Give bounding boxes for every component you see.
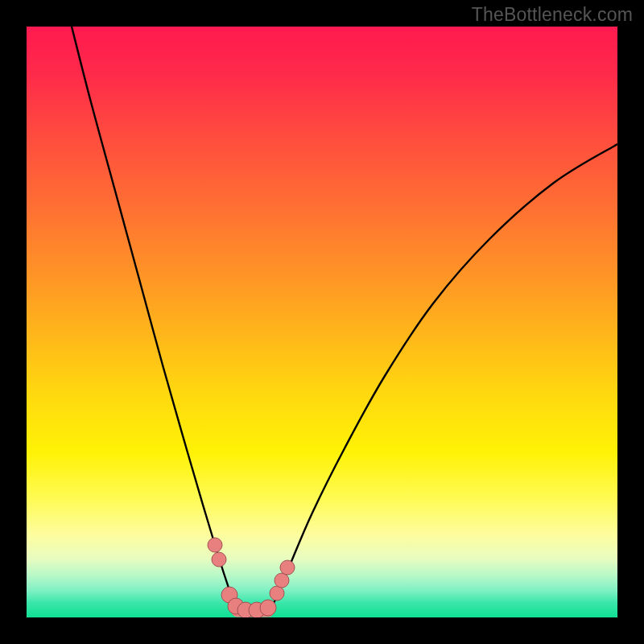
data-marker xyxy=(275,573,289,588)
curve-right-branch xyxy=(268,144,617,611)
bottleneck-curve xyxy=(27,27,617,617)
curve-left-branch xyxy=(72,27,237,611)
plot-area xyxy=(27,27,617,617)
data-marker xyxy=(260,600,276,616)
data-marker xyxy=(212,552,226,567)
outer-frame: TheBottleneck.com xyxy=(0,0,644,644)
data-marker xyxy=(270,586,284,601)
watermark-text: TheBottleneck.com xyxy=(472,4,633,26)
data-marker xyxy=(280,560,295,575)
data-marker xyxy=(208,538,222,552)
data-markers xyxy=(208,538,295,617)
